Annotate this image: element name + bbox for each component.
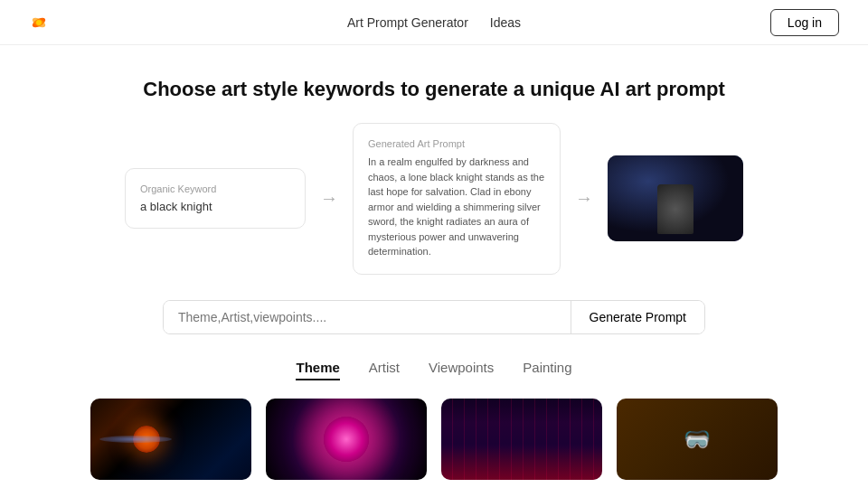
grid-item-galaxy[interactable]: galaxy: [90, 399, 251, 489]
demo-knight-figure: [657, 184, 693, 234]
nav-link-art-prompt-generator[interactable]: Art Prompt Generator: [347, 15, 468, 30]
arrow-2-icon: →: [575, 188, 593, 209]
tab-theme[interactable]: Theme: [296, 360, 339, 380]
logo-icon: [29, 13, 49, 33]
category-tabs: ThemeArtistViewpointsPainting: [0, 360, 868, 380]
nav-links: Art Prompt Generator Ideas: [347, 15, 521, 30]
arrow-1-icon: →: [320, 188, 338, 209]
demo-result-image-inner: [608, 155, 743, 241]
hero-title: Choose art style keywords to generate a …: [18, 78, 850, 101]
login-button[interactable]: Log in: [770, 9, 839, 36]
theme-grid: galaxynebulaCyberpunkSteampunkNordic myt…: [72, 399, 796, 489]
navbar: Art Prompt Generator Ideas Log in: [0, 0, 868, 45]
demo-result-image: [608, 155, 743, 241]
generated-art-prompt-text: In a realm engulfed by darkness and chao…: [368, 155, 545, 259]
generated-art-prompt-label: Generated Art Prompt: [368, 138, 545, 149]
svg-point-2: [36, 20, 42, 25]
grid-item-cyberpunk[interactable]: Cyberpunk: [441, 399, 602, 489]
demo-section: Organic Keyword a black knight → Generat…: [118, 123, 750, 275]
organic-keyword-label: Organic Keyword: [140, 183, 290, 194]
organic-keyword-value: a black knight: [140, 200, 290, 213]
tab-viewpoints[interactable]: Viewpoints: [429, 360, 494, 380]
organic-keyword-card: Organic Keyword a black knight: [125, 168, 306, 229]
search-bar: Generate Prompt: [163, 300, 705, 334]
cyberpunk-image: [441, 399, 602, 480]
search-input[interactable]: [164, 301, 571, 333]
tab-painting[interactable]: Painting: [523, 360, 571, 380]
tab-artist[interactable]: Artist: [369, 360, 400, 380]
grid-item-nebula[interactable]: nebula: [266, 399, 427, 489]
grid-item-steampunk[interactable]: Steampunk: [617, 399, 778, 489]
galaxy-image: [90, 399, 251, 480]
nav-link-ideas[interactable]: Ideas: [490, 15, 521, 30]
nebula-image: [266, 399, 427, 480]
hero-section: Choose art style keywords to generate a …: [0, 45, 868, 123]
generated-art-prompt-card: Generated Art Prompt In a realm engulfed…: [353, 123, 561, 275]
nav-logo-area: [29, 13, 49, 33]
generate-prompt-button[interactable]: Generate Prompt: [571, 301, 704, 333]
steampunk-image: [617, 399, 778, 480]
